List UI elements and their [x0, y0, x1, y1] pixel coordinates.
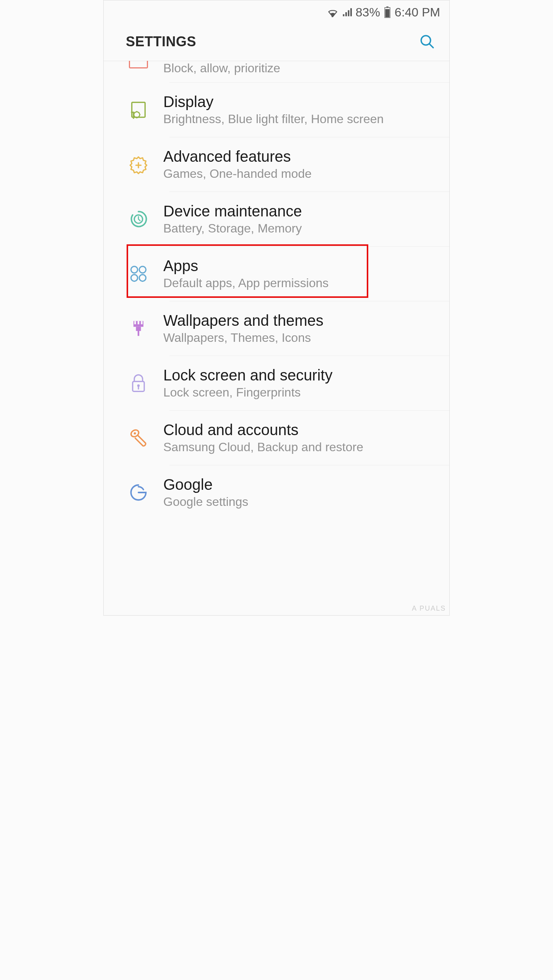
setting-subtitle: Lock screen, Fingerprints — [163, 385, 438, 400]
setting-subtitle: Brightness, Blue light filter, Home scre… — [163, 112, 438, 126]
setting-title: Lock screen and security — [163, 367, 438, 384]
setting-item-apps[interactable]: Apps Default apps, App permissions — [114, 247, 449, 301]
svg-rect-15 — [134, 321, 136, 325]
svg-rect-16 — [138, 321, 139, 325]
wallpapers-icon — [114, 319, 163, 338]
header: SETTINGS — [104, 24, 449, 61]
setting-item-advanced-features[interactable]: Advanced features Games, One-handed mode — [114, 137, 449, 192]
setting-title: Advanced features — [163, 148, 438, 165]
setting-item-cloud-accounts[interactable]: Cloud and accounts Samsung Cloud, Backup… — [114, 411, 449, 465]
svg-point-10 — [131, 267, 138, 273]
setting-item-wallpapers-themes[interactable]: Wallpapers and themes Wallpapers, Themes… — [114, 301, 449, 356]
svg-point-12 — [131, 275, 138, 281]
setting-item-display[interactable]: Display Brightness, Blue light filter, H… — [114, 83, 449, 137]
maintenance-icon — [114, 209, 163, 229]
lock-icon — [114, 373, 163, 393]
setting-title: Cloud and accounts — [163, 421, 438, 439]
setting-title: Device maintenance — [163, 203, 438, 220]
svg-point-11 — [139, 267, 146, 273]
signal-icon — [342, 7, 352, 17]
setting-title: Display — [163, 93, 438, 111]
svg-point-22 — [134, 432, 136, 434]
setting-title: Wallpapers and themes — [163, 312, 438, 329]
setting-item-lock-screen-security[interactable]: Lock screen and security Lock screen, Fi… — [114, 356, 449, 410]
watermark: A PUALS — [412, 605, 446, 613]
svg-rect-17 — [141, 321, 143, 325]
setting-subtitle: Samsung Cloud, Backup and restore — [163, 440, 438, 454]
settings-screen: 83% 6:40 PM SETTINGS Block, allow, prior… — [103, 0, 450, 616]
setting-subtitle: Games, One-handed mode — [163, 167, 438, 181]
setting-subtitle: Battery, Storage, Memory — [163, 221, 438, 236]
svg-rect-2 — [385, 9, 389, 18]
setting-subtitle: Google settings — [163, 495, 438, 509]
status-time: 6:40 PM — [395, 5, 440, 20]
display-icon — [114, 100, 163, 120]
setting-subtitle: Block, allow, prioritize — [163, 61, 438, 75]
setting-subtitle: Default apps, App permissions — [163, 276, 438, 290]
google-icon — [114, 483, 163, 502]
page-title: SETTINGS — [126, 34, 196, 50]
setting-item-notifications[interactable]: Block, allow, prioritize — [114, 61, 449, 82]
setting-subtitle: Wallpapers, Themes, Icons — [163, 331, 438, 345]
battery-percent: 83% — [356, 5, 380, 20]
apps-icon — [114, 264, 163, 284]
setting-item-device-maintenance[interactable]: Device maintenance Battery, Storage, Mem… — [114, 192, 449, 246]
setting-title: Apps — [163, 257, 438, 275]
advanced-icon — [114, 154, 163, 174]
cloud-icon — [114, 427, 163, 449]
search-button[interactable] — [419, 33, 436, 50]
setting-item-google[interactable]: Google Google settings — [114, 465, 449, 520]
wifi-icon — [327, 7, 338, 17]
setting-title: Google — [163, 476, 438, 493]
status-bar: 83% 6:40 PM — [104, 0, 449, 24]
battery-icon — [384, 7, 391, 18]
svg-point-13 — [139, 275, 146, 281]
settings-list: Block, allow, prioritize Display Brightn… — [104, 61, 449, 520]
search-icon — [419, 34, 435, 50]
svg-line-4 — [429, 44, 433, 48]
